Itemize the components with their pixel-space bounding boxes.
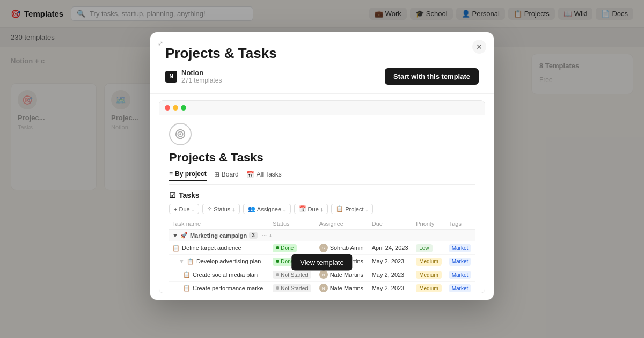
assignee-cell: S Sohrab Amin [316, 241, 369, 255]
tab-by-project[interactable]: ≡ By project [169, 170, 207, 181]
col-assignee: Assignee [316, 218, 369, 230]
modal-preview: Projects & Tasks ≡ By project ⊞ Board 📅 … [150, 94, 494, 300]
col-status: Status [269, 218, 316, 230]
window-controls [159, 101, 485, 115]
priority-badge-medium: Medium [416, 271, 442, 279]
due-cell: May 2, 2023 [369, 282, 413, 294]
indent-icon: ▼ [179, 258, 185, 264]
modal: ⤢ ✕ Projects & Tasks N Notion 271 templa… [150, 32, 494, 300]
dot-green [181, 105, 186, 111]
priority-badge-low: Low [416, 244, 432, 252]
group-label-cell: ▼ 🚀 Marketing campaign 3 ··· + [169, 230, 475, 241]
filter-assignee[interactable]: 👥 Assignee ↓ [243, 204, 291, 214]
task-icon: 📋 [183, 271, 191, 278]
task-name: Define target audience [182, 245, 241, 251]
author-details: Notion 271 templates [181, 69, 222, 84]
group-plus-icon[interactable]: + [269, 232, 272, 239]
col-due: Due [369, 218, 413, 230]
notion-logo: N [165, 71, 177, 83]
status-badge-not-started: Not Started [273, 284, 311, 292]
close-button[interactable]: ✕ [472, 40, 486, 54]
preview-page-title: Projects & Tasks [169, 151, 475, 165]
tag-badge: Market [449, 244, 471, 252]
task-name-cell: 📋 Create performance marke [169, 282, 269, 294]
filter-due2[interactable]: 📅 Due ↓ [294, 204, 328, 214]
group-collapse-icon[interactable]: ▼ [172, 232, 178, 239]
col-tags: Tags [446, 218, 475, 230]
checkbox-icon: ☑ [169, 191, 176, 200]
task-icon: 📋 [183, 285, 191, 292]
due-cell: April 24, 2023 [369, 241, 413, 255]
modal-title: Projects & Tasks [165, 45, 479, 62]
priority-cell: Low [413, 241, 446, 255]
group-icon: 🚀 [180, 232, 188, 239]
start-template-button[interactable]: Start with this template [385, 68, 479, 85]
modal-author: N Notion 271 templates [165, 69, 222, 84]
task-name: Create social media plan [193, 271, 258, 278]
template-count: 271 templates [181, 77, 222, 84]
col-task: Task name [169, 218, 269, 230]
priority-cell: Medium [413, 282, 446, 294]
status-badge-done: Done [273, 244, 297, 252]
view-template-button[interactable]: View template [291, 254, 352, 271]
task-name-cell: ▼ 📋 Develop advertising plan [169, 255, 269, 268]
dot-red [165, 105, 170, 111]
priority-badge-medium: Medium [416, 284, 442, 292]
priority-cell: Medium [413, 268, 446, 282]
group-name: Marketing campaign [190, 232, 247, 239]
preview-section-title: ☑ Tasks [169, 191, 475, 200]
table-row: 📋 Define target audience Done [169, 241, 475, 255]
tag-cell: Market [446, 241, 475, 255]
status-badge-not-started: Not Started [273, 271, 311, 279]
assignee-name: S Sohrab Amin [319, 244, 365, 252]
avatar: S [319, 244, 328, 252]
due-cell: May 2, 2023 [369, 255, 413, 268]
group-add-icon[interactable]: ··· [262, 232, 267, 239]
priority-cell: Medium [413, 255, 446, 268]
task-icon: 📋 [187, 258, 194, 265]
tag-cell: Market [446, 282, 475, 294]
task-name-cell: 📋 Create social media plan [169, 268, 269, 282]
col-priority: Priority [413, 218, 446, 230]
page-icon [169, 123, 192, 145]
avatar: N [319, 270, 328, 279]
group-count: 3 [249, 232, 258, 239]
preview-tabs: ≡ By project ⊞ Board 📅 All Tasks [169, 170, 475, 185]
preview-page-content: Projects & Tasks ≡ By project ⊞ Board 📅 … [159, 115, 485, 293]
filter-status[interactable]: ✧ Status ↓ [202, 204, 240, 214]
tag-cell: Market [446, 255, 475, 268]
svg-point-2 [180, 134, 181, 135]
modal-header: ⤢ ✕ Projects & Tasks N Notion 271 templa… [150, 32, 494, 94]
tag-badge: Market [449, 271, 471, 279]
task-name: Develop advertising plan [196, 258, 261, 264]
status-cell: Done [269, 241, 316, 255]
dot-yellow [173, 105, 178, 111]
task-name: Create performance marke [193, 285, 263, 291]
modal-overlay: ⤢ ✕ Projects & Tasks N Notion 271 templa… [0, 0, 644, 338]
status-cell: Not Started [269, 282, 316, 294]
group-row: ▼ 🚀 Marketing campaign 3 ··· + [169, 230, 475, 241]
resize-icon[interactable]: ⤢ [158, 40, 163, 47]
filter-project[interactable]: 📋 Project ↓ [331, 204, 373, 214]
priority-badge-medium: Medium [416, 258, 442, 266]
group-label: ▼ 🚀 Marketing campaign 3 ··· + [172, 232, 472, 239]
filter-bar: + Due ↓ ✧ Status ↓ 👥 Assignee ↓ 📅 Due ↓ … [169, 204, 475, 214]
preview-inner: Projects & Tasks ≡ By project ⊞ Board 📅 … [159, 100, 485, 293]
table-row: 📋 Create performance marke Not Started [169, 282, 475, 294]
tag-badge: Market [449, 284, 471, 292]
done-dot [276, 246, 279, 249]
task-icon: 📋 [172, 245, 180, 252]
tag-badge: Market [449, 258, 471, 266]
author-name: Notion [181, 69, 222, 77]
task-name-cell: 📋 Define target audience [169, 241, 269, 255]
assignee-cell: N Nate Martins [316, 282, 369, 294]
avatar: N [319, 284, 328, 292]
tag-cell: Market [446, 268, 475, 282]
tab-all-tasks[interactable]: 📅 All Tasks [246, 170, 282, 181]
filter-due[interactable]: + Due ↓ [169, 204, 199, 214]
tab-board[interactable]: ⊞ Board [214, 170, 239, 181]
modal-meta: N Notion 271 templates Start with this t… [165, 68, 479, 85]
due-cell: May 2, 2023 [369, 268, 413, 282]
